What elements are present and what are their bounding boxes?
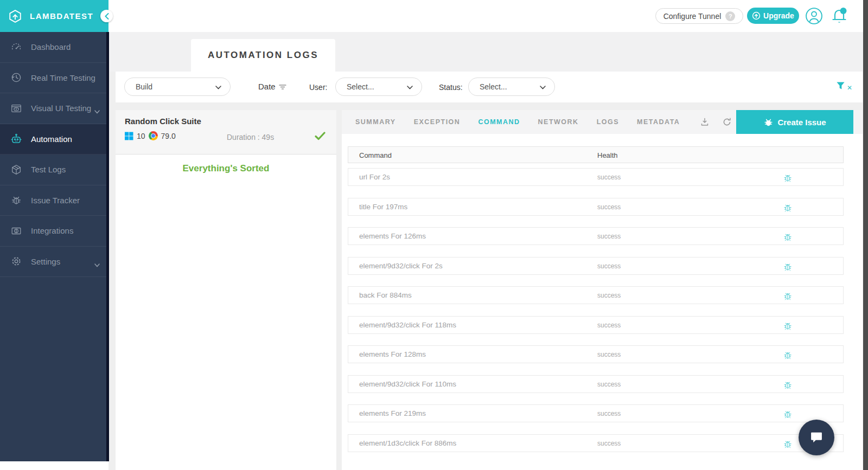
- bug-report-icon[interactable]: [783, 379, 793, 392]
- configure-tunnel-button[interactable]: Configure Tunnel ?: [655, 8, 743, 24]
- user-avatar[interactable]: [805, 7, 823, 25]
- help-question-icon[interactable]: ?: [725, 11, 735, 21]
- command-health-status: success: [597, 173, 621, 181]
- chat-widget-button[interactable]: [799, 420, 834, 455]
- build-filter-select[interactable]: Build: [124, 78, 231, 96]
- suite-duration: Duration : 49s: [227, 133, 274, 141]
- user-filter-value: Select...: [347, 82, 374, 91]
- create-issue-button[interactable]: Create Issue: [736, 110, 853, 134]
- sidebar-bottom-gap: [0, 461, 108, 470]
- command-health-status: success: [597, 351, 621, 358]
- bug-report-icon[interactable]: [783, 439, 793, 451]
- sidebar-item-dashboard[interactable]: Dashboard: [0, 32, 108, 63]
- status-filter-select[interactable]: Select...: [468, 78, 555, 96]
- sidebar-item-label: Automation: [31, 134, 72, 144]
- upgrade-label: Upgrade: [763, 11, 794, 20]
- sidebar-item-real-time-testing[interactable]: Real Time Testing: [0, 63, 108, 94]
- command-name: element/9d32/click For 110ms: [359, 380, 456, 388]
- command-name: title For 197ms: [359, 203, 407, 211]
- tab-metadata[interactable]: METADATA: [637, 118, 680, 126]
- build-filter-value: Build: [136, 82, 152, 91]
- command-table-header: Command Health: [348, 146, 844, 163]
- clear-filters-button[interactable]: ✕: [836, 81, 852, 92]
- bug-report-icon[interactable]: [783, 320, 793, 333]
- tab-exception[interactable]: EXCEPTION: [414, 118, 461, 126]
- integrations-icon: [10, 224, 23, 237]
- command-row[interactable]: title For 197ms success: [348, 198, 844, 216]
- tab-summary[interactable]: SUMMARY: [355, 118, 396, 126]
- tab-command[interactable]: COMMAND: [478, 118, 520, 126]
- bug-icon: [763, 117, 774, 127]
- main-area: Configure Tunnel ? Upgrade TIMELINE AUTO…: [108, 0, 868, 470]
- command-health-status: success: [597, 410, 621, 417]
- sidebar-item-integrations[interactable]: Integrations: [0, 216, 108, 247]
- test-list-panel: Random Click Suite 10 79.0 Duration : 49…: [116, 110, 336, 470]
- test-list-item-selected[interactable]: Random Click Suite 10 79.0 Duration : 49…: [116, 110, 336, 154]
- column-header-health: Health: [597, 151, 618, 159]
- notification-bell-icon[interactable]: [830, 6, 848, 25]
- os-version: 10: [137, 132, 145, 140]
- all-sorted-message: Everything's Sorted: [116, 163, 336, 174]
- column-header-command: Command: [359, 151, 392, 159]
- tab-logs[interactable]: LOGS: [597, 118, 619, 126]
- sidebar-item-label: Settings: [31, 257, 60, 266]
- command-health-status: success: [597, 292, 621, 299]
- sort-lines-icon: [279, 84, 286, 89]
- sidebar-item-test-logs[interactable]: Test Logs: [0, 154, 108, 185]
- funnel-icon: [836, 81, 845, 90]
- command-row[interactable]: back For 884ms success: [348, 286, 844, 304]
- suite-name: Random Click Suite: [125, 117, 201, 126]
- command-row[interactable]: url For 2s success: [348, 168, 844, 186]
- windows-icon: [125, 132, 133, 140]
- bug-icon: [10, 194, 23, 207]
- command-row[interactable]: element/9d32/click For 118ms success: [348, 316, 844, 334]
- command-name: back For 884ms: [359, 291, 412, 299]
- bug-report-icon[interactable]: [783, 291, 793, 303]
- sidebar-item-settings[interactable]: Settings: [0, 247, 108, 278]
- user-filter-label: User:: [309, 83, 327, 92]
- command-row[interactable]: element/1d3c/click For 886ms success: [348, 434, 844, 452]
- command-row[interactable]: element/9d32/click For 2s success: [348, 257, 844, 275]
- bug-report-icon[interactable]: [783, 172, 793, 185]
- tab-automation-logs[interactable]: AUTOMATION LOGS: [191, 39, 335, 72]
- sidebar-item-issue-tracker[interactable]: Issue Tracker: [0, 185, 108, 216]
- command-name: elements For 126ms: [359, 232, 426, 240]
- status-filter-label: Status:: [439, 83, 463, 92]
- command-name: url For 2s: [359, 173, 390, 181]
- bug-report-icon[interactable]: [783, 231, 793, 244]
- bug-report-icon[interactable]: [783, 261, 793, 274]
- command-row[interactable]: elements For 126ms success: [348, 227, 844, 245]
- command-row[interactable]: elements For 219ms success: [348, 404, 844, 422]
- upgrade-button[interactable]: Upgrade: [747, 8, 799, 24]
- sidebar-item-visual-ui-testing[interactable]: Visual UI Testing: [0, 93, 108, 124]
- command-row[interactable]: element/9d32/click For 110ms success: [348, 375, 844, 393]
- user-filter-select[interactable]: Select...: [335, 78, 422, 96]
- sidebar-item-label: Real Time Testing: [31, 73, 95, 82]
- sidebar-nav: Dashboard Real Time Testing Visual UI Te…: [0, 32, 108, 277]
- command-health-status: success: [597, 262, 621, 270]
- test-detail-panel: SUMMARY EXCEPTION COMMAND NETWORK LOGS M…: [342, 110, 863, 470]
- dashboard-gauge-icon: [10, 41, 23, 54]
- command-health-status: success: [597, 321, 621, 329]
- download-icon[interactable]: [700, 118, 709, 126]
- bug-report-icon[interactable]: [783, 202, 793, 215]
- browser-version: 79.0: [161, 132, 176, 140]
- command-name: elements For 219ms: [359, 409, 426, 417]
- command-rows: url For 2s success title For 197ms succe…: [348, 168, 844, 452]
- bug-report-icon[interactable]: [783, 409, 793, 421]
- sidebar-item-automation[interactable]: Automation: [0, 124, 108, 155]
- command-health-status: success: [597, 440, 621, 447]
- command-health-status: success: [597, 381, 621, 388]
- status-filter-value: Select...: [480, 82, 507, 91]
- refresh-icon[interactable]: [723, 118, 731, 126]
- create-issue-label: Create Issue: [777, 118, 826, 127]
- sidebar-scrollbar[interactable]: [106, 32, 109, 461]
- command-name: element/1d3c/click For 886ms: [359, 439, 456, 447]
- sidebar-collapse-button[interactable]: [100, 10, 113, 22]
- bug-report-icon[interactable]: [783, 350, 793, 362]
- configure-tunnel-label: Configure Tunnel: [663, 12, 722, 21]
- page-scrollbar[interactable]: [863, 0, 868, 470]
- date-filter[interactable]: Date: [258, 82, 286, 91]
- tab-network[interactable]: NETWORK: [538, 118, 579, 126]
- command-row[interactable]: elements For 128ms success: [348, 345, 844, 363]
